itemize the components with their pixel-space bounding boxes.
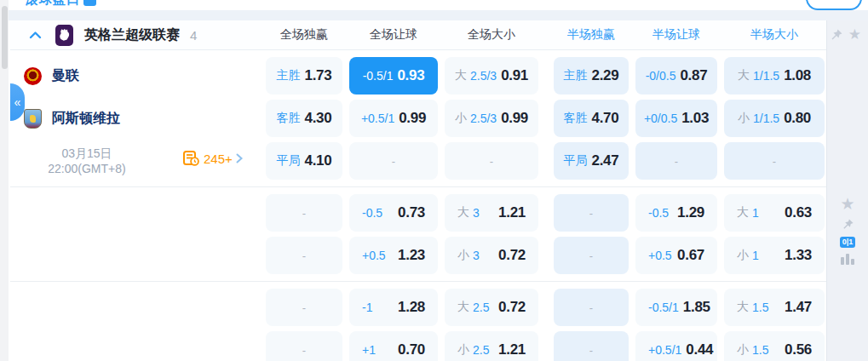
score-badge[interactable]: 0|1 [840, 237, 856, 248]
selection-label-group: 小1 [737, 248, 759, 263]
odds-value: 1.08 [784, 67, 811, 84]
odds-cell[interactable]: 小2.51.21 [445, 331, 538, 361]
selection-label: 主胜 [564, 68, 588, 83]
odds-cell[interactable]: 小2.5/30.99 [445, 100, 538, 137]
selection-label: 1.5 [752, 301, 768, 314]
selection-label-group: 主胜 [564, 68, 588, 83]
odds-cell[interactable]: -0.5/11.85 [635, 289, 717, 326]
odds-cell-empty: - [266, 194, 342, 232]
odds-cell[interactable]: +0.50.67 [635, 237, 717, 274]
column-header-ft-1x2: 全场独赢 [266, 27, 342, 43]
league-header-left[interactable]: 英格兰超级联赛 4 [10, 25, 262, 46]
column-header-ft-overunder: 全场大小 [445, 27, 538, 43]
selection-label: 3 [473, 206, 480, 220]
selection-label: -0.5/1 [648, 301, 679, 314]
empty-dash: - [589, 249, 593, 262]
row-left-spacer [10, 194, 262, 232]
left-scrollbar-thumb[interactable] [2, 6, 8, 69]
odds-value: 1.23 [398, 247, 425, 264]
odds-value: 2.29 [592, 67, 619, 84]
odds-cell-empty: - [554, 237, 629, 274]
stats-chart-icon[interactable] [841, 254, 854, 265]
selection-label: 1/1.5 [753, 112, 779, 125]
selection-label: +0/0.5 [644, 112, 677, 125]
odds-cell[interactable]: 大31.21 [445, 194, 538, 232]
clipped-top-tab[interactable]: 滚球盘口 [26, 0, 96, 9]
odds-cell-empty: - [266, 331, 342, 361]
home-team-crest-icon [24, 67, 42, 85]
selection-label-group: +0/0.5 [644, 112, 677, 125]
selection-label: -0/0.5 [646, 69, 676, 83]
odds-value: 1.33 [785, 247, 812, 264]
favorite-star-icon[interactable]: ★ [848, 27, 861, 42]
odds-cell[interactable]: +0.51.23 [349, 237, 438, 274]
odds-cell[interactable]: 小1.50.56 [724, 331, 825, 361]
selection-label-group: 客胜 [564, 111, 588, 126]
empty-dash: - [490, 155, 493, 168]
collapse-league-button[interactable] [29, 31, 42, 39]
selection-label-group: +1 [362, 343, 376, 357]
selection-label: 2.5/3 [470, 112, 497, 125]
selection-label: 3 [473, 249, 480, 262]
header-band [9, 10, 868, 20]
odds-value: 1.85 [683, 299, 710, 316]
selection-label: 主胜 [277, 68, 301, 83]
odds-value: 1.47 [785, 299, 812, 316]
selection-label-group: 大3 [457, 205, 480, 221]
selection-label: +0.5 [362, 249, 386, 262]
odds-cell[interactable]: +0.5/10.44 [635, 331, 717, 361]
match-pin-icon[interactable] [842, 218, 854, 231]
markets-coupon-icon [183, 151, 199, 166]
odds-cell[interactable]: 平局4.10 [266, 142, 342, 180]
odds-cell[interactable]: -11.28 [349, 289, 438, 326]
odds-cell[interactable]: +0/0.51.03 [635, 100, 717, 137]
odds-cell-empty: - [554, 289, 629, 326]
match-tools: ★ 0|1 [827, 196, 868, 265]
more-markets-link[interactable]: 245+ [183, 151, 243, 166]
selection-label-group: -0.5 [648, 206, 669, 220]
odds-cell[interactable]: 小11.33 [724, 237, 825, 274]
odds-cell[interactable]: 客胜4.30 [266, 100, 342, 137]
odds-page: 滚球盘口 英格兰超级联赛 4 全场独赢 全场让球 全场大小 半场独赢 半场让球 … [0, 0, 868, 361]
odds-content: 主胜1.73-0.5/10.93大2.5/30.91主胜2.29-0/0.50.… [10, 50, 826, 361]
odds-cell[interactable]: -0.50.73 [349, 194, 438, 232]
odds-value: 0.67 [677, 247, 704, 264]
selection-label: +0.5/1 [648, 343, 681, 357]
odds-value: 0.93 [397, 67, 424, 84]
odds-cell[interactable]: 小1/1.50.80 [724, 100, 825, 137]
odds-cell-empty: - [724, 142, 825, 180]
pin-icon[interactable] [830, 28, 843, 42]
odds-cell[interactable]: -0/0.50.87 [635, 57, 717, 95]
left-scrollbar-track[interactable] [0, 0, 9, 361]
markets-count: 245+ [204, 152, 233, 166]
chevron-right-icon [236, 153, 243, 163]
odds-cell[interactable]: 小30.72 [445, 237, 538, 274]
odds-cell[interactable]: 大1/1.51.08 [724, 57, 825, 95]
match-favorite-star-icon[interactable]: ★ [840, 196, 854, 212]
odds-value: 0.63 [785, 204, 812, 221]
selection-label: 1 [752, 206, 759, 220]
odds-value: 0.72 [498, 299, 526, 316]
odds-cell[interactable]: 大2.5/30.91 [445, 57, 538, 95]
clipped-top-right-button[interactable] [806, 0, 862, 10]
odds-cell[interactable]: 主胜1.73 [266, 57, 342, 95]
odds-cell-empty: - [554, 331, 629, 361]
over-under-direction: 大 [455, 68, 467, 83]
odds-cell[interactable]: 主胜2.29 [554, 57, 629, 95]
odds-cell[interactable]: 大1.51.47 [724, 289, 825, 326]
odds-cell[interactable]: +0.5/10.99 [349, 100, 438, 137]
odds-cell[interactable]: -0.51.29 [635, 194, 717, 232]
odds-cell[interactable]: 平局2.47 [554, 142, 629, 180]
odds-cell[interactable]: 大10.63 [724, 194, 825, 232]
odds-cell[interactable]: -0.5/10.93 [349, 57, 438, 95]
selection-label: 客胜 [277, 111, 301, 126]
odds-cell[interactable]: 大2.50.72 [445, 289, 538, 326]
away-team-crest-icon [24, 109, 42, 129]
match-date: 03月15日 [31, 146, 143, 161]
odds-cell[interactable]: 客胜4.70 [554, 100, 629, 137]
column-header-ht-handicap: 半场让球 [635, 27, 717, 43]
away-team-name: 阿斯顿维拉 [52, 110, 120, 128]
odds-value: 0.70 [398, 341, 425, 358]
clipped-top-tab-label: 滚球盘口 [26, 0, 80, 8]
odds-cell[interactable]: +10.70 [349, 331, 438, 361]
